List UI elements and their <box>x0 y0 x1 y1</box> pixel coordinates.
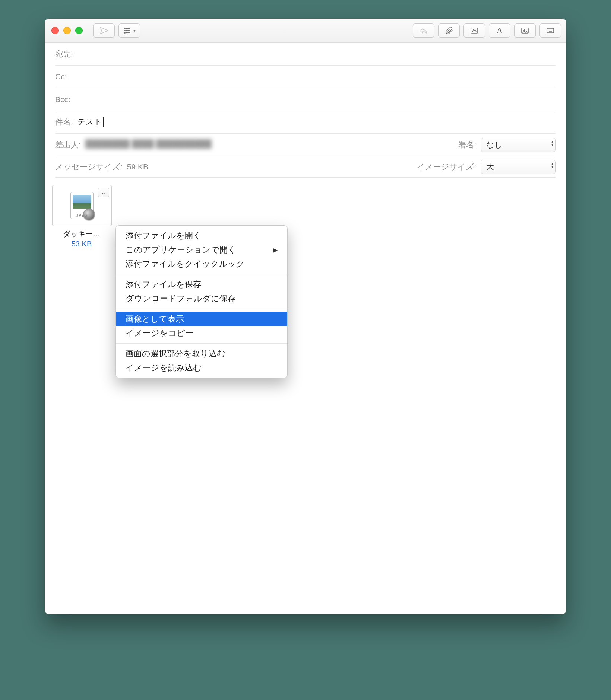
from-value[interactable]: ████████ ████ ██████████ <box>85 139 454 150</box>
menu-show-as-image[interactable]: 画像として表示 <box>116 312 287 326</box>
bcc-row[interactable]: Bcc: <box>55 88 556 111</box>
reply-button[interactable] <box>413 23 434 38</box>
svg-point-8 <box>523 29 525 31</box>
message-size-label: メッセージサイズ: <box>55 162 123 172</box>
to-label: 宛先: <box>55 49 73 59</box>
subject-value: テスト <box>77 117 102 126</box>
image-size-select[interactable]: 大 ▴▾ <box>481 160 556 174</box>
svg-rect-9 <box>547 28 554 33</box>
compose-window: ▾ A 宛先: <box>45 19 566 614</box>
menu-separator <box>116 343 287 344</box>
paper-plane-icon <box>99 26 108 35</box>
toolbar-right: A <box>413 23 561 38</box>
meta-row: メッセージサイズ: 59 KB イメージサイズ: 大 ▴▾ <box>55 156 556 178</box>
bcc-label: Bcc: <box>55 95 70 104</box>
message-size-value: 59 KB <box>127 162 148 171</box>
menu-open-with[interactable]: このアプリケーションで開く ▶ <box>116 243 287 257</box>
from-label: 差出人: <box>55 140 81 150</box>
photo-icon <box>520 26 529 35</box>
svg-point-2 <box>124 30 125 31</box>
signature-select[interactable]: なし ▴▾ <box>481 138 556 152</box>
stepper-icon: ▴▾ <box>551 142 553 148</box>
attachment-menu-button[interactable]: ⌄ <box>98 188 109 197</box>
subject-label: 件名: <box>55 117 73 127</box>
submenu-arrow-icon: ▶ <box>273 246 278 254</box>
chevron-down-icon: ⌄ <box>101 190 106 195</box>
menu-import-image[interactable]: イメージを読み込む <box>116 361 287 375</box>
menu-save-attachment[interactable]: 添付ファイルを保存 <box>116 277 287 292</box>
markup-button[interactable] <box>463 23 485 38</box>
minimize-window-button[interactable] <box>63 27 71 34</box>
menu-separator <box>116 274 287 274</box>
subject-row[interactable]: 件名: テスト <box>55 111 556 134</box>
bcc-input[interactable] <box>75 94 556 105</box>
attachment-filesize: 53 KB <box>52 240 111 248</box>
attachment[interactable]: JPEG ⌄ ダッキー… 53 KB <box>52 185 111 248</box>
close-window-button[interactable] <box>51 27 59 34</box>
paperclip-icon <box>444 26 453 35</box>
header-fields: 宛先: Cc: Bcc: 件名: テスト 差出人: ████████ ████ … <box>45 43 566 178</box>
send-button[interactable] <box>93 23 115 38</box>
menu-capture-selection[interactable]: 画面の選択部分を取り込む <box>116 347 287 361</box>
attach-button[interactable] <box>438 23 460 38</box>
cc-label: Cc: <box>55 72 67 81</box>
menu-quicklook[interactable]: 添付ファイルをクイックルック <box>116 257 287 271</box>
signature-label: 署名: <box>458 140 476 150</box>
cc-row[interactable]: Cc: <box>55 66 556 88</box>
to-row[interactable]: 宛先: <box>55 43 556 66</box>
svg-point-0 <box>124 28 125 29</box>
file-type-badge: JPEG <box>70 213 94 217</box>
titlebar: ▾ A <box>45 19 566 43</box>
menu-copy-image[interactable]: イメージをコピー <box>116 326 287 340</box>
chevron-down-icon: ▾ <box>133 28 136 33</box>
keyboard-icon <box>546 26 555 35</box>
photo-browser-button[interactable] <box>514 23 536 38</box>
reply-arrow-icon <box>419 26 428 35</box>
menu-open-attachment[interactable]: 添付ファイルを開く <box>116 229 287 243</box>
cc-input[interactable] <box>72 71 556 82</box>
jpeg-file-icon: JPEG <box>70 192 94 219</box>
window-controls <box>51 27 83 34</box>
attachment-filename: ダッキー… <box>52 229 111 239</box>
subject-input[interactable]: テスト <box>77 117 556 128</box>
image-size-label: イメージサイズ: <box>417 162 476 172</box>
svg-point-4 <box>124 32 125 33</box>
menu-save-downloads[interactable]: ダウンロードフォルダに保存 <box>116 292 287 306</box>
from-row: 差出人: ████████ ████ ██████████ 署名: なし ▴▾ <box>55 134 556 156</box>
letter-a-icon: A <box>497 26 503 35</box>
list-icon <box>123 26 132 35</box>
emoji-button[interactable] <box>539 23 561 38</box>
header-fields-button[interactable]: ▾ <box>118 23 140 38</box>
image-size-value: 大 <box>486 162 494 172</box>
attachment-thumbnail[interactable]: JPEG ⌄ <box>52 185 112 226</box>
stepper-icon: ▴▾ <box>551 164 553 170</box>
menu-separator <box>116 309 287 309</box>
zoom-window-button[interactable] <box>75 27 83 34</box>
signature-value: なし <box>486 140 503 150</box>
to-input[interactable] <box>77 48 556 60</box>
attachment-context-menu: 添付ファイルを開く このアプリケーションで開く ▶ 添付ファイルをクイックルック… <box>115 225 288 378</box>
format-button[interactable]: A <box>489 23 510 38</box>
markup-icon <box>470 26 479 35</box>
message-body[interactable]: JPEG ⌄ ダッキー… 53 KB 添付ファイルを開く このアプリケーションで… <box>45 178 566 614</box>
text-cursor <box>103 117 104 127</box>
